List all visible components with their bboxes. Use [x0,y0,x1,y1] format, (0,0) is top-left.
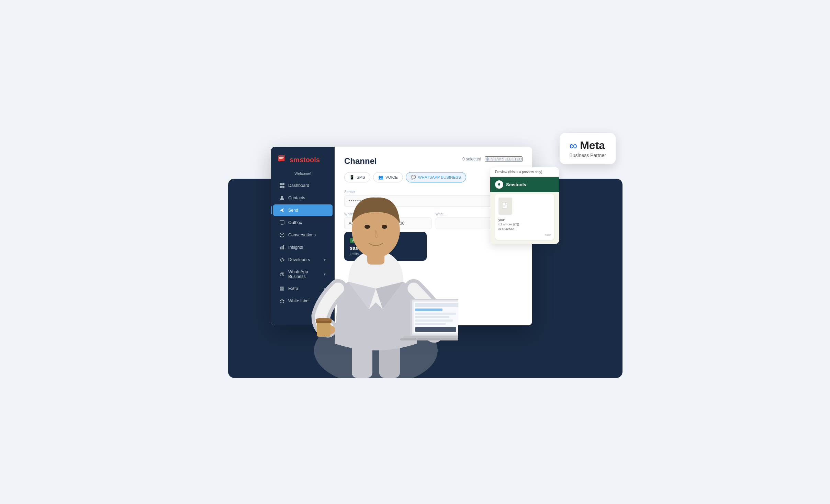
insights-icon [279,245,285,250]
svg-rect-46 [415,323,446,325]
meta-badge: ∞ Meta Business Partner [560,133,616,164]
svg-point-31 [364,225,370,229]
view-selected-label: VIEW SELECTED [491,157,522,161]
preview-message-text: your {{1}} from {{2}}. is attached. [498,217,551,231]
svg-rect-42 [415,309,442,311]
svg-rect-49 [400,338,458,340]
preview-header-title: Smstools [506,182,526,187]
preview-body: your {{1}} from {{2}}. is attached. Now [490,192,559,244]
svg-rect-6 [280,186,282,188]
svg-rect-4 [280,183,282,185]
person-svg [293,151,458,378]
svg-point-32 [382,225,387,229]
preview-label: Preview (this is a preview only) [490,167,559,177]
selected-count: 0 selected [462,157,481,161]
outbox-icon [279,220,285,225]
preview-header: Smstools [490,177,559,192]
svg-rect-41 [415,303,458,307]
svg-rect-17 [282,287,284,288]
svg-rect-12 [282,246,283,249]
extra-icon [279,286,285,291]
svg-rect-9 [280,221,284,224]
contacts-icon [279,195,285,201]
svg-rect-7 [282,186,284,188]
svg-rect-11 [280,247,281,249]
meta-subtitle: Business Partner [569,153,606,158]
smstools-logo-icon [277,155,287,165]
svg-rect-47 [415,327,456,332]
svg-point-8 [281,196,283,198]
meta-company-name: Meta [580,139,605,152]
developers-icon [279,257,285,262]
svg-rect-43 [415,313,456,315]
top-right-bar: 0 selected VIEW SELECTED [462,156,523,162]
svg-rect-5 [282,183,284,185]
svg-rect-19 [282,289,284,290]
conversations-icon [279,232,285,238]
send-icon [279,208,285,213]
svg-rect-13 [283,245,284,249]
svg-rect-16 [280,287,282,288]
view-selected-button[interactable]: VIEW SELECTED [485,156,523,162]
whatsapp-icon [279,271,285,277]
person-figure-container [293,151,458,378]
svg-rect-45 [415,320,453,322]
svg-rect-44 [415,316,449,318]
meta-infinity-icon: ∞ [569,140,577,151]
dashboard-icon [279,183,285,188]
svg-point-21 [487,159,488,160]
preview-header-icon [495,180,503,189]
preview-panel: Preview (this is a preview only) Smstool… [490,167,559,244]
white-label-icon [279,298,285,304]
svg-point-15 [282,276,282,276]
preview-message-card: your {{1}} from {{2}}. is attached. Now [495,194,554,240]
preview-time: Now [498,233,551,236]
svg-rect-18 [280,289,282,290]
preview-doc-icon [498,198,512,215]
svg-point-36 [316,318,332,321]
meta-logo: ∞ Meta Business Partner [569,139,606,158]
